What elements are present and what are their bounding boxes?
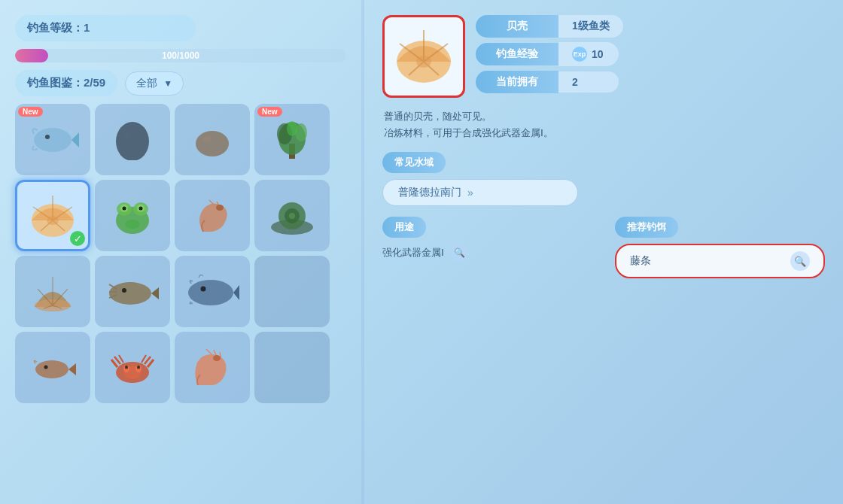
fish-cell-7[interactable] [254,180,330,251]
item-description: 普通的贝壳，随处可见。 冶炼材料，可用于合成强化武器金属Ⅰ。 [382,108,825,141]
bait-search-button[interactable]: 🔍 [790,251,810,271]
fish-cell-4[interactable]: ✓ [15,180,90,251]
fish-cell-8[interactable] [15,256,90,327]
new-badge-3: New [257,107,282,117]
fish-icon-0 [26,119,79,160]
fish-cell-14[interactable] [175,332,250,403]
water-section-tag: 常见水域 [382,152,825,173]
encyclopedia-box: 钓鱼图鉴：2/59 [15,70,117,96]
plant-icon [268,117,317,162]
fish-cell-9[interactable] [95,256,170,327]
lotus-icon [268,193,317,238]
fish-cell-6[interactable] [175,180,250,251]
shell2-icon [27,269,78,314]
exp-bar: 100/1000 [15,49,346,62]
svg-point-19 [123,206,126,210]
catfish-icon [106,271,159,312]
use-section-tag: 用途 [382,217,426,238]
filter-label: 全部 [136,77,157,90]
fish-cell-5[interactable] [95,180,170,251]
item-stats: 贝壳 1级鱼类 钓鱼经验 Exp 10 当前拥有 2 [476,15,825,93]
bait-section: 推荐钓饵 藤条 🔍 [615,217,825,278]
use-search-button[interactable]: 🔍 [450,244,468,262]
frog-icon [109,194,156,238]
svg-point-39 [35,360,68,378]
exp-bar-fill [15,49,48,62]
svg-point-38 [201,286,206,291]
water-area-name: 普隆德拉南门 [398,186,461,199]
stat-value-count: 2 [558,71,619,93]
bottom-row: 用途 强化武器金属Ⅰ 🔍 推荐钓饵 藤条 🔍 [382,217,825,278]
item-image-box [382,15,465,98]
svg-point-41 [44,365,48,369]
fish-cell-0[interactable]: New [15,104,90,175]
stat-row-name: 贝壳 1级鱼类 [476,15,825,38]
svg-point-30 [109,282,151,305]
svg-point-13 [47,216,59,225]
crab-icon [108,346,157,390]
bigfish-icon [185,270,239,314]
bait-item-name: 藤条 [630,254,651,268]
fish-cell-12[interactable] [15,332,90,403]
svg-line-46 [119,355,123,363]
water-area-button[interactable]: 普隆德拉南门 » [382,179,578,206]
svg-line-54 [206,349,212,355]
svg-point-32 [122,288,126,293]
svg-marker-1 [72,132,79,147]
svg-point-28 [289,213,295,219]
chevron-down-icon: ▼ [163,78,172,89]
prawn-icon [187,346,238,390]
check-badge-4: ✓ [70,231,85,246]
double-arrow-icon: » [467,187,473,199]
svg-line-49 [142,355,146,363]
egg-icon [110,119,155,160]
fishing-level-label: 钓鱼等级：1 [27,21,90,35]
stat-row-count: 当前拥有 2 [476,71,825,93]
fish-cell-13[interactable] [95,332,170,403]
fish-cell-10[interactable] [175,256,250,327]
bait-input-box: 藤条 🔍 [615,244,825,278]
fish-cell-1[interactable] [95,104,170,175]
svg-point-5 [196,131,229,156]
filter-dropdown[interactable]: 全部 ▼ [125,71,184,96]
svg-marker-31 [151,287,159,299]
new-badge-0: New [18,107,43,117]
svg-point-24 [216,205,224,211]
fish-cell-2[interactable] [175,104,250,175]
stat-value-grade: 1级鱼类 [558,15,623,38]
stat-value-exp: Exp 10 [558,42,619,66]
svg-marker-40 [68,363,76,375]
fish-cell-15[interactable] [254,332,330,403]
svg-point-57 [213,355,221,361]
stat-label-count: 当前拥有 [476,71,558,93]
stat-row-exp: 钓鱼经验 Exp 10 [476,42,825,66]
shell-image-large [392,27,456,86]
bait-section-tag: 推荐钓饵 [615,217,678,238]
svg-point-3 [116,122,149,160]
left-panel: 钓鱼等级：1 100/1000 钓鱼图鉴：2/59 全部 ▼ New [0,0,361,504]
smallfish-icon [29,348,76,387]
svg-point-59 [416,56,431,68]
svg-point-20 [139,206,143,210]
shrimp-icon [188,194,237,238]
fish-cell-3[interactable]: New [254,104,330,175]
fish-cell-11[interactable] [254,256,330,327]
svg-point-6 [202,136,212,142]
svg-point-36 [188,280,233,305]
rock-icon [192,121,233,159]
fish-grid: New New [15,104,346,403]
right-panel: 贝壳 1级鱼类 钓鱼经验 Exp 10 当前拥有 2 普通的贝壳，随处可见。 冶… [364,0,843,504]
svg-point-4 [124,131,132,140]
exp-icon: Exp [572,47,587,62]
use-item-row: 强化武器金属Ⅰ 🔍 [382,244,592,262]
svg-marker-37 [233,285,239,300]
fishing-level-box: 钓鱼等级：1 [15,15,196,41]
exp-bar-text: 100/1000 [162,50,199,61]
svg-point-21 [125,220,140,229]
svg-point-53 [137,365,140,369]
svg-point-11 [287,121,297,136]
stat-label-name: 贝壳 [476,15,558,38]
svg-point-52 [125,365,128,369]
encyclopedia-row: 钓鱼图鉴：2/59 全部 ▼ [15,70,346,96]
use-item-name: 强化武器金属Ⅰ [382,246,444,260]
